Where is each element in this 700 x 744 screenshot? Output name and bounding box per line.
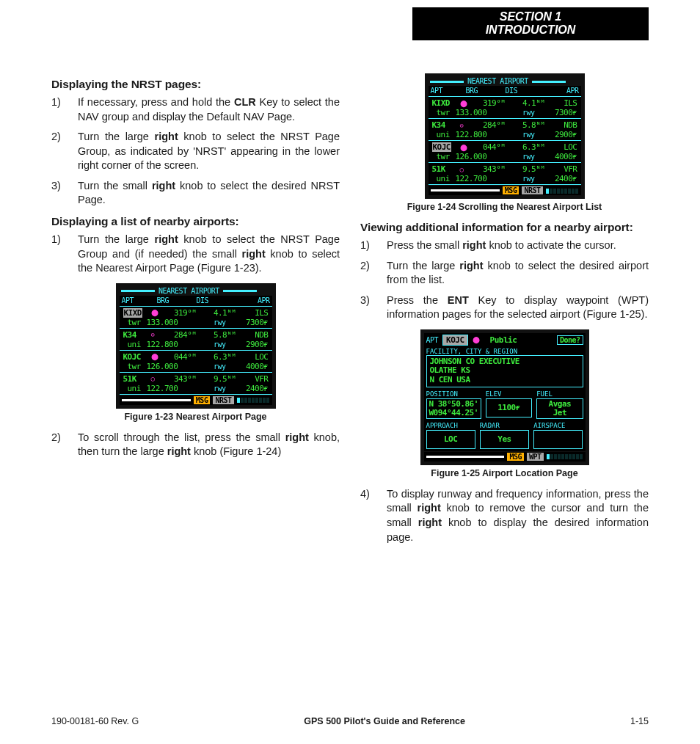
footer-right: 1-15 <box>630 716 649 726</box>
step-body: Press the ENT Key to display waypoint (W… <box>387 293 649 322</box>
fuel-cell: AvgasJet <box>536 398 583 419</box>
list-nrst-steps: 1)If necessary, press and hold the CLR K… <box>51 95 340 208</box>
figure-1-25: APTKOJC⬤PublicDone?FACILITY, CITY & REGI… <box>360 329 649 478</box>
gps-title: NEAREST AIRPORT <box>429 77 581 86</box>
step-num: 2) <box>51 130 65 173</box>
airspace-cell <box>533 430 583 449</box>
apt-topline: APTKOJC⬤PublicDone? <box>424 333 586 347</box>
heading-viewing-info: Viewing additional information for a nea… <box>360 221 649 234</box>
step-item: 1)Press the small right knob to activate… <box>360 238 649 253</box>
caption-fig25: Figure 1-25 Airport Location Page <box>360 468 649 478</box>
step-item: 3)Press the ENT Key to display waypoint … <box>360 293 649 322</box>
list-viewing-steps: 1)Press the small right knob to activate… <box>360 238 649 322</box>
gps-footer: MSGWPT <box>424 451 586 462</box>
step-num: 1) <box>360 238 373 253</box>
step-num: 1) <box>51 233 65 276</box>
right-column: NEAREST AIRPORT APTBRGDISAPRKIXD⬤319°ᴹ4.… <box>360 73 649 552</box>
gps-screen-fig25: APTKOJC⬤PublicDone?FACILITY, CITY & REGI… <box>420 329 589 465</box>
step-body: To scroll through the list, press the sm… <box>78 431 340 459</box>
position-cell: N 38°50.86'W094°44.25' <box>426 398 481 419</box>
section-line1: SECTION 1 <box>420 10 641 23</box>
caption-fig23: Figure 1-23 Nearest Airport Page <box>51 412 340 422</box>
heading-nearby-airports: Displaying a list of nearby airports: <box>51 215 340 228</box>
step-body: Turn the large right knob to select the … <box>78 130 340 173</box>
gps-footer: MSGNRST <box>429 185 581 195</box>
gps-title: NEAREST AIRPORT <box>120 287 272 296</box>
approach-cell: LOC <box>426 430 475 449</box>
airport-row: K34⊖284°ᴹ5.8ᴺᴹNDBuni122.800rwy2900ғ <box>120 329 272 351</box>
step-p4: 4) To display runway and frequency infor… <box>360 487 649 544</box>
step-num: 3) <box>51 179 65 208</box>
step-body: If necessary, press and hold the CLR Key… <box>78 95 340 124</box>
airport-row: KIXD⬤319°ᴹ4.1ᴺᴹILStwr133.000rwy7300ғ <box>120 307 272 329</box>
step-item: 3)Turn the small right knob to select th… <box>51 179 340 208</box>
step-p2b: 2) To scroll through the list, press the… <box>51 431 340 459</box>
elev-cell: 1100ғ <box>486 398 532 417</box>
airport-row: KOJC⬤044°ᴹ6.3ᴺᴹLOCtwr126.000rwy4000ғ <box>120 351 272 373</box>
step-num: 2) <box>51 431 65 459</box>
airport-row: K34⊖284°ᴹ5.8ᴺᴹNDBuni122.800rwy2900ғ <box>429 119 581 141</box>
step-p2a: 1) Turn the large right knob to select t… <box>51 233 340 276</box>
done-button[interactable]: Done? <box>557 335 583 345</box>
gps-headers: APTBRGDISAPR <box>120 296 272 307</box>
airport-row: KOJC⬤044°ᴹ6.3ᴺᴹLOCtwr126.000rwy4000ғ <box>429 141 581 163</box>
apt-id: KOJC <box>442 335 468 346</box>
step-body: Turn the small right knob to select the … <box>78 179 340 208</box>
heading-nrst-pages: Displaying the NRST pages: <box>51 78 340 91</box>
list-nearby-steps-b: 2) To scroll through the list, press the… <box>51 431 340 459</box>
radar-cell: Yes <box>480 430 529 449</box>
step-body: Turn the large right knob to select the … <box>387 259 649 288</box>
section-header: SECTION 1 INTRODUCTION <box>412 7 649 40</box>
footer-center: GPS 500 Pilot's Guide and Reference <box>304 716 465 726</box>
step-item: 2)Turn the large right knob to select th… <box>51 130 340 173</box>
step-num: 4) <box>360 487 373 544</box>
step-num: 3) <box>360 293 373 322</box>
list-viewing-step4: 4) To display runway and frequency infor… <box>360 487 649 544</box>
step-body: Turn the large right knob to select the … <box>78 233 340 276</box>
page-footer: 190-00181-60 Rev. G GPS 500 Pilot's Guid… <box>51 716 649 726</box>
figure-1-24: NEAREST AIRPORT APTBRGDISAPRKIXD⬤319°ᴹ4.… <box>360 73 649 212</box>
gps-headers: APTBRGDISAPR <box>429 86 581 97</box>
facility-box: JOHNSON CO EXECUTIVEOLATHE KSN CEN USA <box>426 355 583 387</box>
airport-row: 51K○343°ᴹ9.5ᴺᴹVFRuni122.700rwy2400ғ <box>120 373 272 395</box>
gps-screen-fig23: NEAREST AIRPORT APTBRGDISAPRKIXD⬤319°ᴹ4.… <box>116 283 276 409</box>
step-num: 1) <box>51 95 65 124</box>
caption-fig24: Figure 1-24 Scrolling the Nearest Airpor… <box>360 202 649 212</box>
step-item: 1)If necessary, press and hold the CLR K… <box>51 95 340 124</box>
step-body: Press the small right knob to activate t… <box>387 238 649 253</box>
left-column: Displaying the NRST pages: 1)If necessar… <box>51 73 340 552</box>
step-body: To display runway and frequency informat… <box>387 487 649 544</box>
airport-row: 51K○343°ᴹ9.5ᴺᴹVFRuni122.700rwy2400ғ <box>429 163 581 185</box>
step-num: 2) <box>360 259 373 288</box>
section-line2: INTRODUCTION <box>420 23 641 37</box>
figure-1-23: NEAREST AIRPORT APTBRGDISAPRKIXD⬤319°ᴹ4.… <box>51 283 340 422</box>
step-item: 2)Turn the large right knob to select th… <box>360 259 649 288</box>
gps-footer: MSGNRST <box>120 395 272 405</box>
gps-screen-fig24: NEAREST AIRPORT APTBRGDISAPRKIXD⬤319°ᴹ4.… <box>425 73 585 199</box>
footer-left: 190-00181-60 Rev. G <box>51 716 139 726</box>
airport-row: KIXD⬤319°ᴹ4.1ᴺᴹILStwr133.000rwy7300ғ <box>429 97 581 119</box>
list-nearby-steps-a: 1) Turn the large right knob to select t… <box>51 233 340 276</box>
